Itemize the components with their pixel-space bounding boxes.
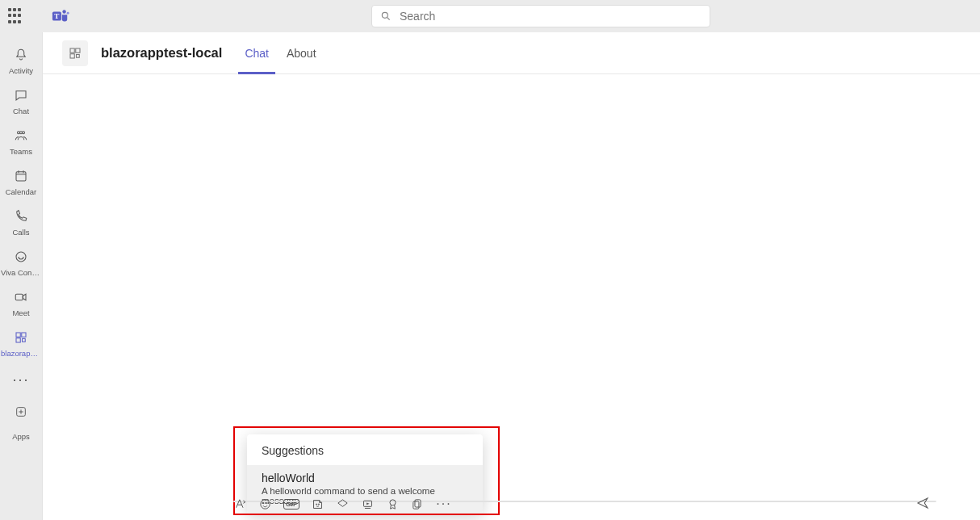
side-rail: Activity Chat Teams Calendar Calls [0, 32, 43, 520]
svg-rect-14 [15, 294, 23, 300]
rail-label: Meet [12, 308, 29, 317]
rail-label: Calendar [6, 187, 37, 196]
svg-rect-34 [415, 499, 421, 506]
search-icon [380, 10, 392, 22]
rail-item-calendar[interactable]: Calendar [0, 161, 42, 202]
svg-point-30 [319, 503, 320, 504]
apps-plus-icon [15, 405, 27, 418]
extensions-button[interactable] [336, 497, 350, 511]
bell-icon [14, 47, 28, 63]
sticker-icon [311, 497, 325, 511]
rail-item-calls[interactable]: Calls [0, 202, 42, 242]
emoji-button[interactable] [258, 497, 272, 511]
more-actions-button[interactable]: ··· [436, 497, 451, 510]
title-bar: T [0, 0, 980, 32]
svg-point-27 [263, 502, 264, 503]
rail-apps-label: Apps [0, 428, 42, 444]
chat-header: blazorapptest-local Chat About [43, 32, 980, 74]
app-title: blazorapptest-local [101, 45, 222, 61]
rail-item-viva[interactable]: Viva Connec... [0, 242, 42, 283]
svg-rect-23 [76, 48, 80, 52]
svg-rect-25 [77, 54, 80, 57]
teams-logo-icon: T [52, 7, 69, 25]
rail-item-chat[interactable]: Chat [0, 81, 42, 121]
app-launcher-icon[interactable] [8, 8, 24, 24]
svg-text:T: T [54, 12, 59, 20]
rail-item-teams[interactable]: Teams [0, 121, 42, 161]
svg-point-26 [261, 499, 270, 508]
svg-rect-18 [23, 338, 26, 342]
svg-rect-16 [22, 333, 26, 337]
format-button[interactable] [233, 497, 247, 511]
rail-label: Activity [9, 66, 33, 75]
extension-icon [336, 497, 350, 511]
video-icon [14, 289, 28, 305]
suggestions-header: Suggestions [247, 434, 483, 465]
tab-about[interactable]: About [280, 32, 323, 74]
svg-point-2 [62, 10, 65, 13]
stream-button[interactable] [361, 497, 375, 511]
app-grid-icon [68, 46, 82, 61]
tab-label: Chat [245, 47, 269, 60]
svg-rect-35 [413, 501, 419, 508]
sticker-button[interactable] [311, 497, 325, 511]
gif-icon: GIF [283, 499, 299, 510]
rail-item-meet[interactable]: Meet [0, 283, 42, 323]
svg-rect-24 [70, 53, 74, 57]
send-button[interactable] [915, 496, 930, 514]
rail-item-activity[interactable]: Activity [0, 40, 42, 81]
app-avatar[interactable] [62, 40, 88, 66]
rail-more-menu[interactable]: ··· [0, 363, 42, 396]
svg-point-3 [67, 12, 69, 15]
app-icon [14, 329, 28, 346]
suggestion-title: helloWorld [262, 472, 468, 484]
svg-line-5 [387, 18, 390, 20]
tab-label: About [287, 47, 316, 60]
praise-button[interactable] [386, 497, 400, 511]
send-icon [915, 496, 930, 510]
svg-rect-17 [16, 338, 20, 342]
chat-canvas: Suggestions helloWorld A helloworld comm… [43, 74, 980, 520]
tab-chat[interactable]: Chat [238, 32, 275, 74]
search-box[interactable] [371, 5, 710, 27]
svg-point-8 [20, 131, 23, 133]
attach-button[interactable] [411, 497, 425, 511]
chat-icon [14, 87, 28, 103]
rail-item-blazorapp[interactable]: blazorappt... [0, 323, 42, 363]
svg-rect-9 [16, 171, 26, 180]
main-area: blazorapptest-local Chat About Suggestio… [43, 32, 980, 520]
calendar-icon [14, 168, 28, 184]
rail-label: Teams [10, 147, 32, 156]
svg-point-29 [316, 503, 317, 504]
format-icon [233, 497, 247, 511]
compose-toolbar: GIF ··· [233, 494, 452, 514]
phone-icon [14, 208, 28, 224]
gif-button[interactable]: GIF [283, 499, 299, 510]
rail-label: Viva Connec... [1, 268, 41, 277]
teams-icon [14, 128, 28, 144]
rail-label: blazorappt... [1, 349, 41, 358]
rail-label: Chat [13, 107, 29, 115]
rail-apps-button[interactable] [0, 396, 42, 428]
svg-point-33 [390, 499, 396, 505]
svg-rect-15 [16, 333, 20, 337]
svg-rect-22 [70, 48, 74, 52]
svg-point-4 [382, 12, 387, 18]
stream-icon [361, 497, 375, 511]
body: Activity Chat Teams Calendar Calls [0, 32, 980, 520]
badge-icon [386, 497, 400, 511]
search-input[interactable] [400, 10, 701, 23]
emoji-icon [258, 497, 272, 511]
rail-label: Calls [12, 228, 29, 237]
copy-icon [411, 497, 425, 511]
svg-point-28 [266, 502, 267, 503]
svg-point-13 [16, 252, 26, 262]
viva-icon [14, 249, 28, 265]
